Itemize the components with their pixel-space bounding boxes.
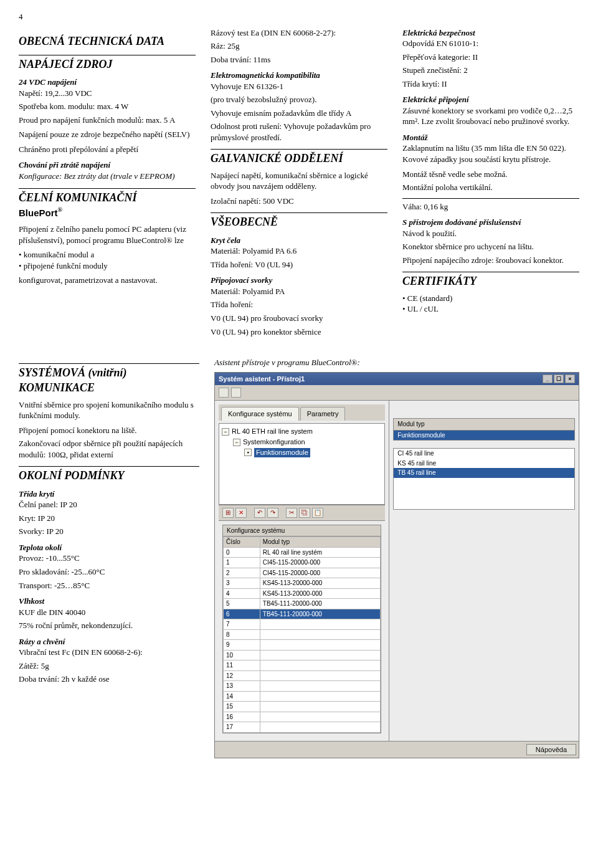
help-button[interactable]: Nápověda — [526, 744, 576, 755]
label-accessories: S přístrojem dodávané příslušenství — [402, 217, 579, 228]
text-configure: konfigurovat, parametrizovat a nastavova… — [19, 275, 196, 286]
table-row[interactable]: 7 — [224, 619, 381, 630]
blueport-label: BluePort — [19, 207, 58, 218]
text-en61010: Odpovídá EN 61010-1: — [402, 38, 579, 49]
minus-icon[interactable]: − — [233, 439, 240, 446]
table-row[interactable]: 0RL 40 rail line systém — [224, 547, 381, 558]
lower-left-col: SYSTÉMOVÁ (vnitřní) KOMUNIKACE Vnitřní s… — [19, 357, 199, 758]
window-controls: _ ☐ × — [543, 374, 575, 383]
table-row[interactable]: 11 — [224, 661, 381, 671]
label-mounting: Montáž — [402, 132, 579, 143]
text-humidity-val: 75% roční průměr, nekondenzující. — [19, 620, 199, 631]
toolbar-icon[interactable] — [219, 388, 229, 398]
text-vib-load: Zátěž: 5g — [19, 661, 199, 672]
heading-power-supply: NAPÁJECÍ ZDROJ — [19, 55, 196, 72]
toolbar-button[interactable]: ↶ — [254, 508, 265, 518]
label-elec-conn: Elektrické připojení — [402, 94, 579, 105]
lower-right-col: Asistent přístroje v programu BlueContro… — [214, 357, 579, 758]
toolbar-button[interactable]: ⊞ — [222, 508, 234, 518]
paste-icon[interactable]: 📋 — [312, 508, 323, 518]
tree-view[interactable]: − RL 40 ETH rail line system − Systemkon… — [219, 423, 385, 505]
text-shock-test: Rázový test Ea (DIN EN 60068-2-27): — [211, 27, 387, 39]
grid-col-number[interactable]: Číslo — [224, 537, 260, 548]
blueport-reg: ® — [58, 206, 62, 213]
text-power-connector: Připojení napájecího zdroje: šroubovací … — [402, 255, 579, 266]
text-eeprom: Konfigurace: Bez ztráty dat (trvale v EE… — [19, 171, 196, 182]
table-row[interactable]: 12 — [224, 670, 381, 681]
text-din-rail: Zaklapnutím na lištu (35 mm lišta dle EN… — [402, 143, 579, 165]
cell-modul: TB45-111-20000-000 — [260, 609, 381, 619]
table-row[interactable]: 17 — [224, 722, 381, 733]
cell-number: 10 — [224, 650, 260, 661]
grid-col-modul[interactable]: Modul typ — [260, 537, 381, 548]
right-pane: Modul typ Funktionsmodule CI 45 rail lin… — [389, 401, 579, 740]
text-rail-connector: Připojení pomocí konektoru na liště. — [19, 425, 199, 436]
cut-icon[interactable]: ✂ — [286, 508, 297, 518]
tree-node-syskonf[interactable]: − Systemkonfiguration — [222, 437, 382, 447]
copy-icon[interactable]: ⿻ — [299, 508, 310, 518]
tab-parameters[interactable]: Parametry — [300, 407, 346, 421]
table-row[interactable]: 2CI45-115-20000-000 — [224, 568, 381, 578]
cell-number: 2 — [224, 568, 260, 578]
text-temp-storage: Pro skladování: -25...60°C — [19, 566, 199, 578]
table-row[interactable]: 6TB45-111-20000-000 — [224, 609, 381, 619]
heading-general: VŠEOBECNĚ — [211, 212, 387, 229]
minus-icon[interactable]: − — [222, 428, 229, 436]
table-row[interactable]: 3KS45-113-20000-000 — [224, 578, 381, 589]
maximize-button[interactable]: ☐ — [554, 374, 564, 383]
module-list-box[interactable]: CI 45 rail line KS 45 rail line TB 45 ra… — [393, 448, 575, 510]
cell-number: 15 — [224, 702, 260, 712]
window-toolbar — [215, 385, 579, 401]
bullet-comm-module: komunikační modul a — [19, 249, 196, 260]
table-row[interactable]: 1CI45-115-20000-000 — [224, 558, 381, 568]
text-internal-bus: Vnitřní sběrnice pro spojení komunikační… — [19, 399, 199, 421]
top-columns: OBECNÁ TECHNICKÁ DATA NAPÁJECÍ ZDROJ 24 … — [19, 27, 579, 340]
table-row[interactable]: 8 — [224, 629, 381, 640]
assistant-label: Asistent přístroje v programu BlueContro… — [214, 357, 579, 368]
grid-table[interactable]: Číslo Modul typ 0RL 40 rail line systém1… — [223, 537, 381, 733]
cell-number: 8 — [224, 629, 260, 640]
list-item[interactable]: CI 45 rail line — [394, 449, 574, 459]
cell-number: 14 — [224, 691, 260, 702]
table-row[interactable]: 15 — [224, 702, 381, 712]
text-protection: Chráněno proti přepólování a přepětí — [19, 144, 196, 155]
text-plug-conn: Zásuvné konektory se svorkami pro vodiče… — [402, 105, 579, 127]
cell-modul: TB45-111-20000-000 — [260, 599, 381, 609]
toolbar-icon[interactable] — [231, 388, 241, 398]
window-titlebar[interactable]: Systém asistent - Přístroj1 _ ☐ × — [215, 373, 579, 386]
grid-label: Konfigurace systému — [223, 525, 381, 537]
table-row[interactable]: 10 — [224, 650, 381, 661]
list-item[interactable]: KS 45 rail line — [394, 459, 574, 469]
tree-node-funktions[interactable]: ▪ Funktionsmodule — [222, 447, 382, 458]
table-row[interactable]: 13 — [224, 681, 381, 692]
leaf-icon: ▪ — [244, 449, 252, 456]
text-vib-test: Vibrační test Fc (DIN EN 60068-2-6): — [19, 647, 199, 658]
list-row-funktions[interactable]: Funktionsmodule — [394, 431, 574, 441]
cell-number: 11 — [224, 661, 260, 671]
toolbar-button[interactable]: ↷ — [267, 508, 278, 518]
cert-ce: CE (standard) — [402, 293, 579, 304]
table-row[interactable]: 4KS45-113-20000-000 — [224, 588, 381, 599]
list-item-selected[interactable]: TB 45 rail line — [394, 468, 574, 478]
cell-number: 16 — [224, 712, 260, 722]
tree-label-selected: Funktionsmodule — [254, 448, 310, 457]
minimize-button[interactable]: _ — [543, 374, 553, 383]
cell-number: 1 — [224, 558, 260, 568]
cell-modul — [260, 650, 381, 661]
tab-system-config[interactable]: Konfigurace systému — [221, 407, 299, 421]
text-kuf: KUF dle DIN 40040 — [19, 607, 199, 618]
text-polyamid: Materiál: Polyamid PA — [211, 286, 387, 297]
tree-node-root[interactable]: − RL 40 ETH rail line system — [222, 426, 382, 437]
cell-modul — [260, 670, 381, 681]
text-selv: Napájení pouze ze zdroje bezpečného napě… — [19, 129, 196, 140]
close-button[interactable]: × — [565, 374, 575, 383]
cell-modul — [260, 722, 381, 733]
table-row[interactable]: 5TB45-111-20000-000 — [224, 599, 381, 609]
cell-modul — [260, 619, 381, 630]
table-row[interactable]: 14 — [224, 691, 381, 702]
text-temp-op: Provoz: -10...55°C — [19, 553, 199, 564]
delete-button[interactable]: ✕ — [235, 508, 247, 518]
table-row[interactable]: 9 — [224, 640, 381, 651]
table-row[interactable]: 16 — [224, 712, 381, 722]
tree-label: RL 40 ETH rail line system — [232, 427, 313, 436]
